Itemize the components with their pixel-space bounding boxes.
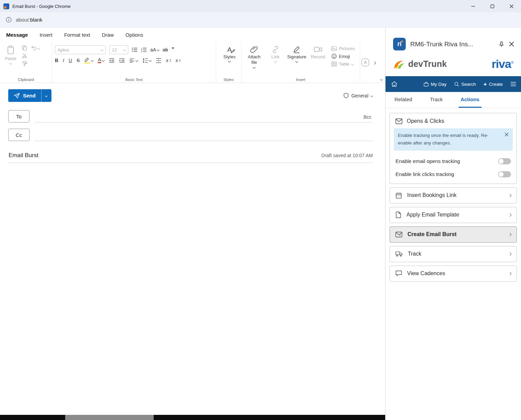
tab-favicon (3, 3, 9, 9)
chevron-right-icon (509, 253, 511, 255)
font-name-select[interactable]: Aptos (55, 45, 106, 54)
send-button-main[interactable]: Send (8, 89, 41, 102)
sensitivity-label-button[interactable]: General (343, 93, 373, 98)
ribbon-collapse-button[interactable] (380, 76, 382, 81)
quote-button[interactable]: ” (171, 46, 175, 53)
cut-button[interactable] (22, 53, 40, 58)
decrease-indent-button[interactable] (109, 58, 115, 63)
bullet-list-button[interactable] (132, 47, 138, 52)
send-button[interactable]: Send (8, 89, 51, 102)
tab-format-text[interactable]: Format text (64, 32, 90, 38)
action-create-email-burst[interactable]: Create Email Burst (390, 226, 517, 243)
subscript-button[interactable]: x2 (166, 58, 171, 63)
insert-group-label: Insert (241, 78, 360, 82)
banner-text: Enable tracking once the email is ready.… (398, 132, 501, 147)
url-scheme: about: (16, 17, 30, 23)
highlight-button[interactable] (84, 57, 93, 63)
minimize-button[interactable] (463, 0, 483, 12)
scrollbar-thumb[interactable] (65, 415, 154, 420)
basic-text-group-label: Basic Text (52, 78, 216, 82)
numbered-list-button[interactable]: 123 (141, 47, 147, 52)
signature-icon (293, 45, 300, 54)
underline-button[interactable]: U (69, 58, 72, 63)
font-color-button[interactable]: A (98, 58, 104, 63)
tab-actions[interactable]: Actions (459, 92, 482, 108)
styles-group: A Styles Styles (216, 42, 241, 83)
nav-search[interactable]: Search (454, 82, 476, 87)
signature-button[interactable]: Signature (287, 45, 307, 68)
paragraph-spacing-icon (156, 58, 162, 63)
nav-create[interactable]: + Create (484, 81, 503, 87)
bcc-button[interactable]: Bcc (364, 114, 373, 122)
record-button[interactable]: Record (308, 45, 328, 68)
tab-insert[interactable]: Insert (39, 32, 52, 38)
pin-icon[interactable] (498, 41, 505, 47)
info-icon[interactable] (4, 15, 13, 24)
styles-button[interactable]: A Styles (219, 45, 240, 62)
email-opens-tracking-toggle[interactable] (498, 158, 511, 164)
change-case-label: aA (150, 47, 156, 52)
change-case-button[interactable]: aA (150, 47, 159, 52)
bold-button[interactable]: B (55, 58, 58, 63)
pictures-button[interactable]: Pictures (331, 46, 355, 51)
paragraph-spacing-button[interactable] (156, 58, 162, 63)
action-track[interactable]: Track (390, 246, 517, 262)
line-spacing-button[interactable] (142, 58, 151, 63)
action-insert-bookings-link[interactable]: Insert Bookings Link (390, 187, 517, 203)
horizontal-scrollbar[interactable] (0, 415, 385, 420)
banner-close-icon[interactable] (505, 132, 509, 147)
attach-file-button[interactable]: Attach file (244, 45, 264, 68)
table-button[interactable]: Table (331, 61, 355, 67)
to-input[interactable]: Bcc (34, 110, 373, 122)
panel-close-icon[interactable] (509, 42, 514, 47)
link-clicks-tracking-row: Enable link clicks tracking (390, 168, 517, 184)
align-button[interactable] (129, 58, 138, 63)
action-view-cadences[interactable]: View Cadences (390, 266, 517, 282)
link-button[interactable]: Link (265, 45, 285, 68)
home-icon[interactable] (391, 81, 398, 87)
increase-indent-button[interactable] (119, 58, 125, 63)
clear-formatting-button[interactable]: ab (163, 47, 168, 52)
action-apply-email-template[interactable]: Apply Email Template (390, 207, 517, 223)
undo-button[interactable] (31, 46, 40, 50)
tab-message[interactable]: Message (6, 32, 28, 38)
clipboard-group: Paste Clipboard (0, 42, 52, 83)
insert-group: Attach file Link Signature (241, 42, 360, 83)
paperclip-icon (250, 45, 258, 54)
italic-icon: I (63, 58, 64, 63)
ribbon-overflow-button[interactable] (372, 58, 377, 67)
menu-icon[interactable] (510, 82, 516, 86)
tab-related[interactable]: Related (392, 92, 414, 108)
close-button[interactable] (502, 0, 521, 12)
superscript-button[interactable]: x2 (176, 58, 181, 63)
url-text: about:blank (16, 17, 43, 23)
cc-button[interactable]: Cc (8, 129, 29, 141)
link-clicks-tracking-toggle[interactable] (498, 171, 511, 177)
strikethrough-button[interactable]: S (76, 58, 80, 63)
strikethrough-icon: S (76, 58, 80, 63)
draft-status: Draft saved at 10:07 AM (321, 153, 373, 158)
tab-draw[interactable]: Draw (102, 32, 114, 38)
paste-button[interactable]: Paste (3, 45, 19, 66)
basic-text-group: Aptos 12 123 aA ab ” (52, 42, 216, 83)
subscript-icon: x (166, 58, 168, 63)
tab-options[interactable]: Options (126, 32, 143, 38)
send-options-button[interactable] (41, 89, 51, 102)
picture-icon (331, 46, 337, 51)
subject-input[interactable]: Email Burst (9, 152, 38, 159)
nav-my-day[interactable]: My Day (424, 82, 447, 87)
maximize-button[interactable] (483, 0, 502, 12)
panel-tab-bar: Related Track Actions (386, 92, 521, 108)
format-painter-button[interactable] (22, 61, 40, 66)
italic-button[interactable]: I (63, 58, 64, 63)
address-bar[interactable]: about:blank (0, 12, 521, 27)
font-size-select[interactable]: 12 (109, 45, 128, 54)
message-body[interactable] (0, 163, 385, 415)
copy-button[interactable] (22, 45, 27, 50)
emoji-button[interactable]: Emoji (331, 54, 355, 59)
tab-track[interactable]: Track (428, 92, 445, 108)
send-row: Send General (8, 89, 373, 102)
ribbon: Paste Clipboard (0, 42, 385, 83)
cc-input[interactable] (34, 129, 373, 141)
to-button[interactable]: To (8, 110, 29, 122)
